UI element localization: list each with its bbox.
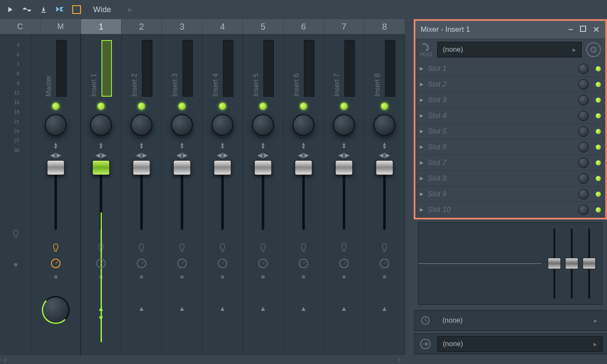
expand-icon[interactable]: ▶ — [420, 81, 423, 87]
expand-icon[interactable]: ▶ — [420, 97, 423, 103]
fx-slot-2[interactable]: ▶Slot 2 — [415, 77, 605, 92]
slot-enable-led[interactable] — [596, 98, 601, 103]
send-arrow-icon[interactable]: ▲ — [341, 305, 347, 313]
input-dropdown[interactable]: (none) ▶ — [437, 42, 582, 57]
volume-fader[interactable] — [45, 160, 67, 230]
record-arm-icon[interactable] — [52, 243, 60, 253]
fx-enable-dot[interactable] — [261, 275, 265, 279]
header-c[interactable]: C — [0, 19, 40, 34]
slot-mix-knob[interactable] — [578, 173, 589, 184]
stereo-sep-icon[interactable]: ◀|▶ — [338, 152, 350, 158]
slot-mix-knob[interactable] — [578, 64, 589, 74]
volume-fader[interactable] — [252, 160, 274, 230]
scroll-right-icon[interactable]: › — [395, 355, 404, 364]
slot-mix-knob[interactable] — [578, 95, 589, 105]
mute-led[interactable] — [341, 103, 347, 110]
send-arrow-icon[interactable]: ▲ — [179, 305, 185, 313]
pan-knob[interactable] — [45, 114, 67, 136]
delay-clock-icon[interactable] — [137, 259, 146, 268]
stereo-sep-icon[interactable]: ◀|▶ — [136, 152, 147, 158]
delay-clock-icon[interactable] — [258, 259, 268, 268]
track-header-1[interactable]: 1 — [81, 19, 121, 34]
volume-fader[interactable] — [171, 160, 193, 230]
pan-knob[interactable] — [171, 114, 193, 136]
record-arm-icon[interactable] — [178, 243, 186, 253]
expand-icon[interactable]: ▶ — [420, 113, 423, 118]
fx-enable-dot[interactable] — [383, 275, 386, 279]
delay-clock-icon[interactable] — [339, 259, 349, 268]
fx-enable-dot[interactable] — [302, 275, 305, 279]
stereo-sep-arrows[interactable]: ▲▼ — [220, 142, 225, 149]
delay-clock-icon[interactable] — [299, 259, 308, 268]
mute-led[interactable] — [219, 103, 226, 110]
slot-enable-led[interactable] — [596, 192, 601, 197]
delay-clock-icon[interactable] — [177, 259, 187, 268]
record-arm-icon[interactable] — [138, 243, 145, 253]
volume-fader[interactable] — [212, 160, 233, 230]
mute-led[interactable] — [179, 103, 185, 110]
delay-clock-icon[interactable] — [51, 259, 61, 268]
fx-slot-1[interactable]: ▶Slot 1 — [415, 61, 605, 77]
send-arrow-icon[interactable]: ▲ — [381, 305, 388, 313]
view-mode-dropdown[interactable]: Wide ▶ — [93, 5, 132, 14]
stereo-sep-arrows[interactable]: ▲▼ — [382, 142, 387, 149]
slot-enable-led[interactable] — [596, 113, 601, 118]
delay-clock-icon[interactable] — [218, 259, 227, 268]
slot-enable-led[interactable] — [596, 82, 601, 87]
wave-icon[interactable] — [22, 4, 32, 15]
slot-mix-knob[interactable] — [578, 205, 589, 215]
fx-enable-dot[interactable] — [342, 275, 346, 279]
mute-led[interactable] — [300, 103, 307, 110]
slot-mix-knob[interactable] — [578, 126, 589, 137]
track-insert-6[interactable]: Insert 6 ▲▼◀|▶ ▲ — [283, 34, 324, 355]
scroll-left-icon[interactable]: ‹ — [1, 355, 10, 364]
stereo-sep-arrows[interactable]: ▲▼ — [99, 142, 104, 149]
mute-led[interactable] — [138, 103, 145, 110]
stereo-sep-arrows[interactable]: ▲▼ — [180, 142, 185, 149]
slot-enable-led[interactable] — [596, 160, 601, 165]
track-header-3[interactable]: 3 — [162, 19, 202, 34]
stereo-sep-icon[interactable]: ◀|▶ — [50, 152, 61, 158]
volume-fader[interactable] — [293, 160, 314, 230]
fx-enable-dot[interactable] — [221, 275, 224, 279]
pan-knob[interactable] — [293, 114, 314, 136]
track-insert-3[interactable]: Insert 3 ▲▼◀|▶ ▲ — [162, 34, 202, 355]
maximize-icon[interactable] — [580, 25, 587, 34]
fx-slot-7[interactable]: ▶Slot 7 — [415, 155, 605, 171]
output-arrow-icon[interactable] — [418, 338, 433, 350]
close-icon[interactable]: ✕ — [593, 24, 600, 35]
eq-slider-mid[interactable] — [564, 229, 579, 298]
volume-fader[interactable] — [131, 160, 152, 230]
delay-clock-icon[interactable] — [96, 259, 106, 268]
record-arm-icon[interactable] — [219, 243, 226, 253]
track-scrollbar[interactable]: ‹ › — [0, 355, 405, 364]
play-icon[interactable] — [5, 4, 16, 15]
delay-clock-icon[interactable] — [380, 259, 389, 268]
send-knob[interactable] — [42, 296, 70, 324]
track-header-6[interactable]: 6 — [283, 19, 324, 34]
fx-slot-8[interactable]: ▶Slot 8 — [415, 171, 605, 186]
record-arm-icon[interactable] — [300, 243, 307, 253]
slot-mix-knob[interactable] — [578, 79, 589, 90]
time-dropdown[interactable]: (none) ▶ — [437, 313, 603, 328]
record-arm-icon[interactable] — [340, 243, 348, 253]
stereo-sep-arrows[interactable]: ▲▼ — [301, 142, 306, 149]
time-clock-icon[interactable] — [418, 313, 433, 328]
fx-enable-dot[interactable] — [180, 275, 184, 279]
expand-icon[interactable]: ▶ — [420, 160, 423, 165]
record-arm-icon[interactable] — [259, 243, 267, 253]
slot-mix-knob[interactable] — [578, 111, 589, 121]
stereo-sep-icon[interactable]: ◀|▶ — [176, 152, 188, 158]
mute-led[interactable] — [381, 103, 388, 110]
stereo-sep-icon[interactable]: ◀|▶ — [379, 152, 390, 158]
stereo-sep-icon[interactable]: ◀|▶ — [298, 152, 309, 158]
slot-mix-knob[interactable] — [578, 189, 589, 199]
mute-led[interactable] — [52, 103, 59, 110]
track-master[interactable]: Master ▲▼ ◀|▶ — [31, 34, 81, 355]
fx-enable-dot[interactable] — [140, 275, 143, 279]
eq-graph[interactable] — [418, 222, 541, 304]
mute-led[interactable] — [98, 103, 105, 110]
slot-enable-led[interactable] — [596, 176, 601, 181]
pan-knob[interactable] — [333, 114, 355, 136]
fx-enable-dot[interactable] — [14, 263, 17, 266]
